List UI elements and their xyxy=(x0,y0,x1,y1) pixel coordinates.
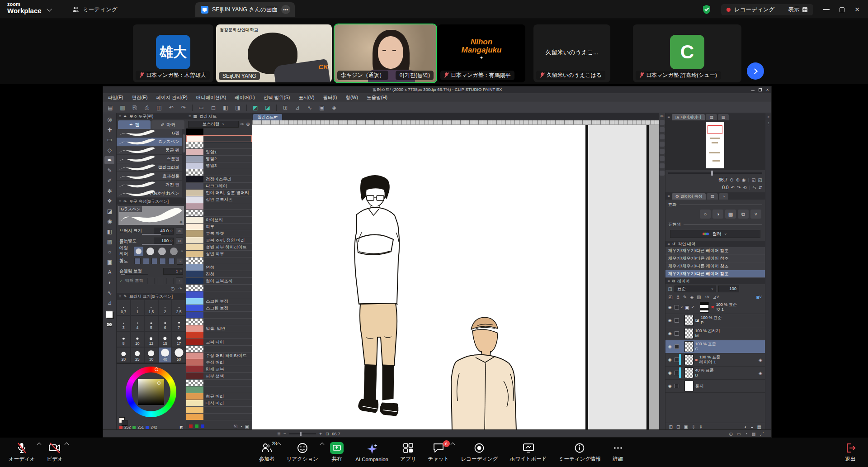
import-set-icon[interactable]: ⊕ xyxy=(246,122,250,127)
transfer-icon[interactable]: ⇩ xyxy=(692,424,695,429)
color-swatch-row[interactable]: 교복 타이 xyxy=(186,339,252,346)
color-swatch-row[interactable]: 정인 교복셔츠 xyxy=(186,196,252,203)
reset-icon[interactable]: ◴ xyxy=(171,286,175,293)
recording-indicator[interactable]: レコーディング 表示 xyxy=(721,4,813,15)
navigator-preview[interactable] xyxy=(665,120,765,170)
fit-screen-icon[interactable]: ◱ xyxy=(751,177,755,182)
swatch-green-icon[interactable] xyxy=(195,424,198,428)
color-swatch-row[interactable]: 아이보리 xyxy=(186,217,252,224)
ruler-icon[interactable]: ⊿˅ xyxy=(712,295,719,300)
add-color-icon[interactable]: ⎗ xyxy=(234,424,237,429)
chevron-down-icon[interactable] xyxy=(47,6,52,11)
layer-color-button[interactable]: ⧉ xyxy=(738,210,749,219)
rotate-left-icon[interactable]: ↶ xyxy=(731,185,734,190)
chevron-up-icon[interactable] xyxy=(64,443,69,447)
replace-color-icon[interactable]: ◔ xyxy=(240,424,242,429)
layer-row[interactable]: ◉100 % 표준C xyxy=(665,340,765,353)
zoom-in-icon[interactable]: ⊕ xyxy=(736,177,739,182)
color-swatch-row[interactable] xyxy=(186,380,252,386)
view-button[interactable]: 表示 xyxy=(788,6,808,14)
tab-shared-screen[interactable]: SEijUN YANG さんの画面 ••• xyxy=(195,2,295,17)
command-icon[interactable]: ▥ xyxy=(119,105,126,111)
pencil-tool[interactable]: ✎ xyxy=(104,167,114,175)
layer-row[interactable]: ◉◪100 % 표준P xyxy=(665,314,765,327)
delete-layer-icon[interactable]: ▦ xyxy=(757,424,761,429)
command-icon[interactable]: ▣ xyxy=(318,105,326,111)
merge-icon[interactable]: ⇓ xyxy=(699,424,703,429)
color-swatch-row[interactable] xyxy=(186,414,252,420)
zoom-in-icon[interactable]: ＋ xyxy=(319,431,323,437)
tab-subview[interactable]: ▤ xyxy=(706,114,717,120)
color-swatch-row[interactable] xyxy=(186,312,252,319)
brush-size-cell[interactable]: 2,5 xyxy=(172,300,186,315)
clip-close-button[interactable]: ✕ xyxy=(766,88,769,92)
main-color-swatch[interactable] xyxy=(106,311,113,318)
ruler-tool[interactable]: ⊿ xyxy=(104,299,114,307)
navigator-view-rect[interactable] xyxy=(708,125,722,134)
brush-size-cell[interactable]: 5 xyxy=(144,315,158,331)
layer-thumbnail[interactable] xyxy=(684,381,693,391)
visibility-eye-icon[interactable]: ◉ xyxy=(667,305,673,310)
command-icon[interactable]: ▭ xyxy=(198,105,205,111)
tab-layer-property[interactable]: ⚙레이어 속성 xyxy=(672,193,706,200)
brush-size-cell[interactable]: 3 xyxy=(117,315,131,331)
participant-tile[interactable]: C日本マンガ塾 許嘉玲(シュー) xyxy=(633,24,741,82)
color-swatch-row[interactable]: 민재 교복 xyxy=(186,366,252,373)
brush-size-cell[interactable]: 2 xyxy=(158,300,172,315)
history-row[interactable]: 채우기/채우기/다른 레이어 참조 xyxy=(665,255,765,262)
zoom-slider[interactable] xyxy=(289,433,316,434)
visibility-eye-icon[interactable]: ◉ xyxy=(667,331,673,336)
stabilization-input[interactable]: 1 xyxy=(163,268,183,275)
color-swatch-row[interactable]: 다크그레이 xyxy=(186,183,252,190)
saturation-value-square[interactable] xyxy=(138,379,164,405)
command-icon[interactable]: ⊿ xyxy=(294,105,301,111)
layer-lock-icon[interactable]: ◈ xyxy=(759,357,762,362)
frame-tool[interactable]: ▣ xyxy=(104,258,114,266)
chevron-up-icon[interactable] xyxy=(276,443,281,447)
participant-tile[interactable]: 雄大日本マンガ塾：木曽雄大 xyxy=(133,24,213,82)
mask-enable-icon[interactable]: ◔˅ xyxy=(704,295,710,300)
tone-effect-button[interactable]: ◑ xyxy=(712,210,723,219)
security-shield-icon[interactable] xyxy=(702,5,711,14)
selection-tool[interactable]: ▭ xyxy=(104,136,114,144)
color-swatch-row[interactable]: 피부 선색 xyxy=(186,373,252,380)
color-swatch-row[interactable]: 입술, 입안 xyxy=(186,325,252,332)
dock-palette-icon[interactable] xyxy=(660,171,665,176)
menu-item[interactable]: 편집(E) xyxy=(132,95,147,101)
color-swatch-row[interactable] xyxy=(186,346,252,353)
color-swatch-row[interactable]: 명암1 xyxy=(186,149,252,156)
layer-checkbox[interactable] xyxy=(675,318,679,323)
hardness-expand-button[interactable]: › xyxy=(177,258,183,265)
participant-tile[interactable]: 李キジン（通訳）이기진(통역) xyxy=(335,24,436,82)
share-screen-button[interactable]: 共有 xyxy=(324,438,349,467)
brush-size-cell[interactable]: 4 xyxy=(131,315,145,331)
mask-icon[interactable]: ◐ xyxy=(744,424,747,429)
tab-meetings[interactable]: ミーティング xyxy=(68,4,122,15)
brush-size-cell[interactable]: 25 xyxy=(131,347,145,363)
zoom-fit-icon[interactable]: ◉ xyxy=(742,177,746,182)
color-swatch-row[interactable] xyxy=(186,407,252,414)
menu-item[interactable]: 창(W) xyxy=(346,95,358,101)
apps-button[interactable]: アプリ xyxy=(394,438,422,467)
dock-palette-icon[interactable] xyxy=(660,149,665,154)
tab-stroke[interactable]: ◔ xyxy=(719,193,728,200)
menu-item[interactable]: 파일(F) xyxy=(108,95,123,101)
layer-opacity-input[interactable]: 100 xyxy=(718,286,739,292)
brush-size-dynamics-button[interactable]: ≋ xyxy=(176,228,183,234)
balloon-tool[interactable]: ◗ xyxy=(104,278,114,286)
reactions-button[interactable]: リアクション xyxy=(281,438,325,467)
color-swatch-row[interactable] xyxy=(186,129,252,135)
menu-item[interactable]: 도움말(H) xyxy=(367,95,387,101)
command-icon[interactable]: ◨ xyxy=(234,105,241,111)
command-icon[interactable]: ⊞ xyxy=(282,105,289,111)
history-row[interactable]: 채우기/채우기/다른 레이어 참조 xyxy=(665,262,765,270)
brush-size-cell[interactable]: 1 xyxy=(131,300,145,315)
layer-thumbnail[interactable] xyxy=(684,367,693,378)
brush-item[interactable]: G펜 xyxy=(117,129,186,138)
dock-handle[interactable]: ⋮ xyxy=(767,122,770,126)
layer-row[interactable]: ◉˅▣✓✖100 % 표준컷 1 xyxy=(665,301,765,314)
brush-size-cell[interactable]: 0,7 xyxy=(117,300,131,315)
canvas-viewport[interactable] xyxy=(252,125,659,430)
memo-icon[interactable]: ▭ xyxy=(737,431,741,436)
color-swatch-row[interactable]: 명암3 xyxy=(186,162,252,169)
